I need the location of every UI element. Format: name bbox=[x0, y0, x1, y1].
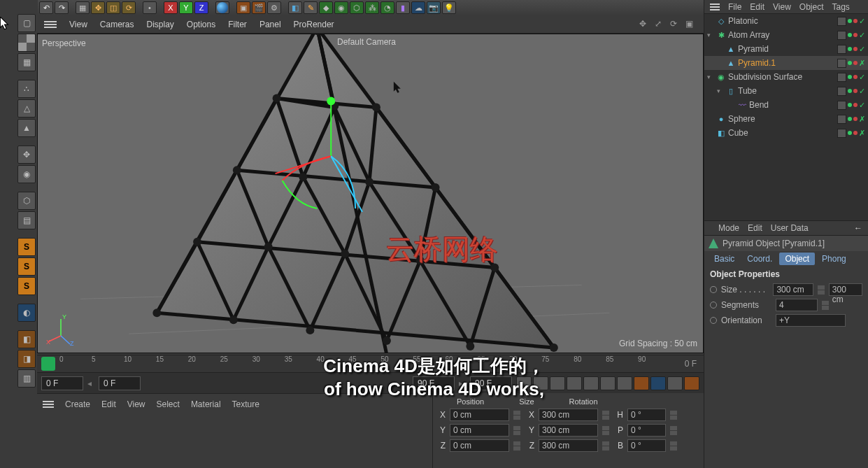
render-settings-button[interactable]: ⚙ bbox=[267, 1, 281, 14]
tab-basic[interactable]: Basic bbox=[709, 253, 740, 265]
tree-item-atom-array[interactable]: ▾ ✱ Atom Array ✓ bbox=[704, 28, 868, 42]
material-hamburger-icon[interactable] bbox=[43, 401, 54, 408]
size-spinner[interactable] bbox=[818, 285, 825, 295]
rotation-input[interactable]: 0 ° bbox=[627, 439, 666, 452]
visibility-editor-dot[interactable] bbox=[848, 117, 852, 121]
live-select-button[interactable]: ▦ bbox=[76, 1, 90, 14]
frame-start-input[interactable]: 0 F bbox=[99, 376, 141, 390]
range-end-input[interactable]: 90 F bbox=[470, 376, 512, 390]
add-cube-button[interactable]: ◧ bbox=[288, 1, 302, 14]
tree-item-bend[interactable]: 〰 Bend ✓ bbox=[704, 98, 868, 112]
expand-icon[interactable]: ▾ bbox=[707, 73, 714, 80]
add-environment-button[interactable]: ☁ bbox=[411, 1, 425, 14]
anim-dot-icon[interactable] bbox=[710, 302, 717, 309]
model-mode-button[interactable]: ▢ bbox=[17, 14, 36, 32]
visibility-render-dot[interactable] bbox=[853, 19, 858, 23]
axis-y-button[interactable]: Y bbox=[179, 1, 193, 14]
spinner[interactable] bbox=[670, 426, 677, 435]
size-input[interactable]: 300 cm bbox=[773, 283, 813, 296]
mat-view[interactable]: View bbox=[127, 399, 145, 409]
expand-icon[interactable]: ▾ bbox=[707, 31, 714, 38]
visibility-editor-dot[interactable] bbox=[848, 33, 852, 37]
visibility-editor-dot[interactable] bbox=[848, 89, 852, 93]
segments-input[interactable]: 4 bbox=[776, 299, 818, 311]
add-boole-button[interactable]: ◔ bbox=[380, 1, 394, 14]
visibility-render-dot[interactable] bbox=[853, 103, 858, 107]
attr-menu-userdata[interactable]: User Data bbox=[771, 223, 809, 233]
menu-panel[interactable]: Panel bbox=[259, 20, 281, 29]
spinner[interactable] bbox=[670, 441, 677, 451]
size-input[interactable]: 300 cm bbox=[539, 424, 598, 437]
spinner[interactable] bbox=[602, 426, 609, 435]
texture-mode-button[interactable] bbox=[17, 34, 36, 52]
visibility-editor-dot[interactable] bbox=[848, 75, 852, 79]
layer-tag-icon[interactable] bbox=[837, 115, 846, 124]
enable-check-icon[interactable]: ✓ bbox=[859, 101, 865, 110]
nav-zoom-icon[interactable]: ⤢ bbox=[655, 19, 666, 30]
viewport-solo-button[interactable]: ◉ bbox=[17, 165, 36, 183]
mat-edit[interactable]: Edit bbox=[101, 399, 116, 409]
mat-create[interactable]: Create bbox=[65, 399, 90, 409]
tree-item-pyramid[interactable]: ▲ Pyramid ✓ bbox=[704, 42, 868, 56]
visibility-render-dot[interactable] bbox=[853, 89, 858, 93]
anim-dot-icon[interactable] bbox=[710, 317, 717, 324]
add-generator-button[interactable]: ◆ bbox=[319, 1, 333, 14]
workplane-snap-button[interactable]: ▤ bbox=[17, 211, 36, 229]
undo-button[interactable]: ↶ bbox=[39, 1, 53, 14]
misc1-button[interactable]: ◧ bbox=[17, 330, 36, 348]
tab-coord[interactable]: Coord. bbox=[741, 253, 778, 265]
obj-menu-edit[interactable]: Edit bbox=[750, 2, 764, 12]
visibility-render-dot[interactable] bbox=[853, 33, 858, 37]
viewport[interactable]: Perspective Default Camera bbox=[37, 34, 704, 353]
enable-check-icon[interactable]: ✓ bbox=[859, 73, 865, 82]
rotation-input[interactable]: 0 ° bbox=[627, 409, 666, 421]
workplane-button[interactable]: ▦ bbox=[17, 53, 36, 71]
visibility-render-dot[interactable] bbox=[853, 117, 858, 121]
playhead-icon[interactable] bbox=[41, 357, 55, 371]
layer-tag-icon[interactable] bbox=[837, 129, 846, 138]
tree-item-platonic[interactable]: ◇ Platonic ✓ bbox=[704, 14, 868, 28]
expand-icon[interactable]: ▾ bbox=[717, 87, 724, 94]
misc3-button[interactable]: ▥ bbox=[17, 369, 36, 388]
position-input[interactable]: 0 cm bbox=[450, 409, 509, 421]
move-tool-button[interactable]: ✥ bbox=[91, 1, 105, 14]
keyopts-button[interactable] bbox=[667, 376, 683, 390]
attr-menu-edit[interactable]: Edit bbox=[748, 223, 762, 233]
spinner[interactable] bbox=[513, 411, 520, 420]
polygons-mode-button[interactable]: ▲ bbox=[17, 119, 36, 137]
rotate-tool-button[interactable]: ⟳ bbox=[122, 1, 136, 14]
layer-tag-icon[interactable] bbox=[837, 45, 846, 54]
object-tree[interactable]: ◇ Platonic ✓ ▾ ✱ Atom Array ✓ ▲ Pyramid … bbox=[704, 14, 868, 220]
add-deformer-button[interactable]: ▮ bbox=[396, 1, 410, 14]
tree-item-pyramid-1[interactable]: ▲ Pyramid.1 ✗ bbox=[704, 56, 868, 70]
position-input[interactable]: 0 cm bbox=[450, 439, 509, 452]
enable-check-icon[interactable]: ✗ bbox=[859, 115, 865, 124]
menu-filter[interactable]: Filter bbox=[228, 20, 247, 29]
enable-check-icon[interactable]: ✓ bbox=[859, 45, 865, 54]
size-input-2[interactable]: 300 cm bbox=[829, 283, 862, 296]
menu-prorender[interactable]: ProRender bbox=[294, 20, 334, 29]
snap-s3-button[interactable]: S bbox=[17, 277, 36, 295]
menu-options[interactable]: Options bbox=[187, 20, 215, 29]
tab-object[interactable]: Object bbox=[779, 253, 815, 265]
scale-tool-button[interactable]: ◫ bbox=[106, 1, 120, 14]
enable-axis-button[interactable]: ✥ bbox=[17, 146, 36, 164]
range-start-input[interactable]: 0 F bbox=[41, 376, 83, 390]
next-frame-button[interactable] bbox=[583, 376, 599, 390]
obj-menu-object[interactable]: Object bbox=[799, 2, 824, 12]
frame-end-input[interactable]: 90 F bbox=[413, 376, 455, 390]
autokey-button[interactable] bbox=[650, 376, 666, 390]
obj-menu-tags[interactable]: Tags bbox=[832, 2, 850, 12]
visibility-render-dot[interactable] bbox=[853, 75, 858, 79]
menu-display[interactable]: Display bbox=[146, 20, 173, 29]
timeline[interactable]: 051015202530354045505560657075808590 0 F bbox=[37, 355, 704, 372]
mat-select[interactable]: Select bbox=[157, 399, 180, 409]
spinner[interactable] bbox=[602, 441, 609, 451]
go-start-button[interactable] bbox=[516, 376, 532, 390]
anim-dot-icon[interactable] bbox=[710, 286, 717, 293]
layer-tag-icon[interactable] bbox=[837, 87, 846, 96]
snap-s1-button[interactable]: S bbox=[17, 238, 36, 256]
add-spline-button[interactable]: ✎ bbox=[304, 1, 318, 14]
menu-view[interactable]: View bbox=[69, 20, 87, 29]
last-tool-button[interactable]: • bbox=[143, 1, 157, 14]
